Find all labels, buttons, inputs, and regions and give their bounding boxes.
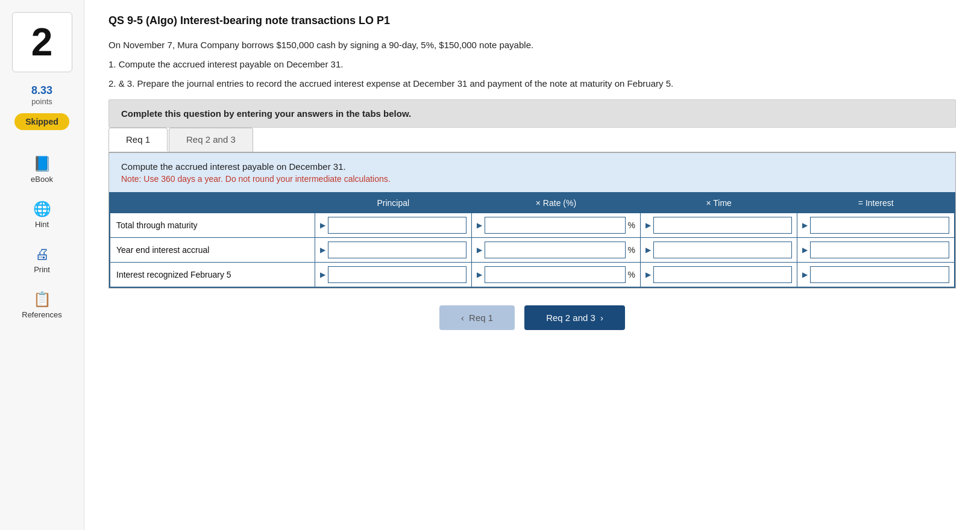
arrow-icon: ▶ xyxy=(320,270,325,279)
tab-content-title: Compute the accrued interest payable on … xyxy=(121,161,943,172)
col-header-rate: × Rate (%) xyxy=(471,193,640,213)
next-button-label: Req 2 and 3 xyxy=(546,313,595,323)
row-label-yearend: Year end interest accrual xyxy=(110,238,315,263)
arrow-icon: ▶ xyxy=(477,270,482,279)
question-title: QS 9-5 (Algo) Interest-bearing note tran… xyxy=(108,14,956,27)
input-principal-total[interactable] xyxy=(328,217,466,234)
prev-button[interactable]: ‹ Req 1 xyxy=(439,305,515,330)
arrow-icon: ▶ xyxy=(802,221,808,229)
input-time-total[interactable] xyxy=(653,217,792,234)
sidebar-item-print[interactable]: 🖨 Print xyxy=(0,237,84,282)
col-header-label xyxy=(110,193,315,213)
input-rate-february[interactable] xyxy=(485,266,626,283)
input-rate-yearend[interactable] xyxy=(485,242,626,258)
input-principal-yearend[interactable] xyxy=(328,242,466,258)
col-header-time: × Time xyxy=(640,193,797,213)
sidebar-item-hint[interactable]: 🌐 Hint xyxy=(0,192,84,237)
arrow-icon: ▶ xyxy=(320,246,325,254)
tab-note-red: Note: Use 360 days a year. Do not round … xyxy=(121,174,943,184)
input-rate-total[interactable] xyxy=(485,217,626,234)
references-icon: 📋 xyxy=(33,291,51,308)
cell-rate-february[interactable]: ▶ % xyxy=(471,263,640,288)
row-label-total: Total through maturity xyxy=(110,213,315,238)
percent-sign: % xyxy=(628,270,635,279)
table-row: Interest recognized February 5 ▶ ▶ xyxy=(110,263,955,288)
next-arrow-icon: › xyxy=(600,313,603,323)
sidebar-item-references[interactable]: 📋 References xyxy=(0,282,84,328)
input-time-yearend[interactable] xyxy=(653,242,792,258)
body-item1: 1. Compute the accrued interest payable … xyxy=(108,57,956,72)
row-label-february: Interest recognized February 5 xyxy=(110,263,315,288)
sidebar-item-label: eBook xyxy=(31,175,53,184)
ebook-icon: 📘 xyxy=(33,155,51,172)
col-header-principal: Principal xyxy=(315,193,471,213)
status-badge[interactable]: Skipped xyxy=(14,113,69,130)
table-row: Year end interest accrual ▶ ▶ % xyxy=(110,238,955,263)
sidebar: 2 8.33 points Skipped 📘 eBook 🌐 Hint 🖨 P… xyxy=(0,0,84,530)
next-button[interactable]: Req 2 and 3 › xyxy=(524,305,625,330)
prev-arrow-icon: ‹ xyxy=(461,313,464,323)
sidebar-item-label: Print xyxy=(34,265,50,274)
input-interest-yearend[interactable] xyxy=(810,242,949,258)
arrow-icon: ▶ xyxy=(802,246,808,254)
body-line1: On November 7, Mura Company borrows $150… xyxy=(108,38,956,52)
table-row: Total through maturity ▶ ▶ % xyxy=(110,213,955,238)
question-number-box: 2 xyxy=(12,12,72,72)
bottom-nav: ‹ Req 1 Req 2 and 3 › xyxy=(108,305,956,330)
arrow-icon: ▶ xyxy=(477,246,482,254)
cell-principal-february[interactable]: ▶ xyxy=(315,263,471,288)
cell-time-yearend[interactable]: ▶ xyxy=(640,238,797,263)
main-content: QS 9-5 (Algo) Interest-bearing note tran… xyxy=(84,0,980,530)
percent-sign: % xyxy=(628,220,635,230)
arrow-icon: ▶ xyxy=(645,221,651,229)
cell-time-february[interactable]: ▶ xyxy=(640,263,797,288)
cell-interest-february[interactable]: ▶ xyxy=(797,263,955,288)
instruction-box: Complete this question by entering your … xyxy=(108,99,956,128)
tab-note-box: Compute the accrued interest payable on … xyxy=(109,153,955,192)
sidebar-item-label: Hint xyxy=(35,220,49,229)
arrow-icon: ▶ xyxy=(320,221,325,229)
calculation-table: Principal × Rate (%) × Time = Interest T… xyxy=(109,192,955,288)
arrow-icon: ▶ xyxy=(645,246,651,254)
col-header-interest: = Interest xyxy=(797,193,955,213)
sidebar-item-ebook[interactable]: 📘 eBook xyxy=(0,147,84,192)
points-label: points xyxy=(31,97,52,106)
cell-rate-yearend[interactable]: ▶ % xyxy=(471,238,640,263)
cell-rate-total[interactable]: ▶ % xyxy=(471,213,640,238)
prev-button-label: Req 1 xyxy=(469,313,493,323)
cell-principal-total[interactable]: ▶ xyxy=(315,213,471,238)
input-time-february[interactable] xyxy=(653,266,792,283)
cell-time-total[interactable]: ▶ xyxy=(640,213,797,238)
tab-req1[interactable]: Req 1 xyxy=(108,128,168,152)
cell-interest-total[interactable]: ▶ xyxy=(797,213,955,238)
cell-interest-yearend[interactable]: ▶ xyxy=(797,238,955,263)
percent-sign: % xyxy=(628,245,635,255)
cell-principal-yearend[interactable]: ▶ xyxy=(315,238,471,263)
tab-content-req1: Compute the accrued interest payable on … xyxy=(108,153,956,288)
print-icon: 🖨 xyxy=(35,246,49,263)
input-principal-february[interactable] xyxy=(328,266,466,283)
tab-req2and3[interactable]: Req 2 and 3 xyxy=(169,128,253,152)
points-value: 8.33 xyxy=(31,84,52,97)
input-interest-february[interactable] xyxy=(810,266,949,283)
arrow-icon: ▶ xyxy=(477,221,482,229)
input-interest-total[interactable] xyxy=(810,217,949,234)
arrow-icon: ▶ xyxy=(802,270,808,279)
hint-icon: 🌐 xyxy=(33,201,51,217)
tabs-container: Req 1 Req 2 and 3 xyxy=(108,128,956,153)
question-body: On November 7, Mura Company borrows $150… xyxy=(108,38,956,91)
sidebar-item-label: References xyxy=(22,310,61,319)
question-number: 2 xyxy=(31,20,53,64)
arrow-icon: ▶ xyxy=(645,270,651,279)
body-item2: 2. & 3. Prepare the journal entries to r… xyxy=(108,76,956,91)
